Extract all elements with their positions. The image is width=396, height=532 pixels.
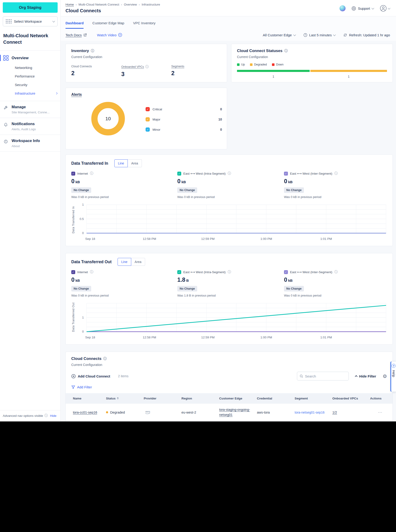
tab-customer-edge-map[interactable]: Customer Edge Map bbox=[92, 21, 124, 29]
hide-filter-button[interactable]: Hide Filter bbox=[355, 374, 376, 378]
major-checkbox[interactable]: ✓ bbox=[146, 117, 150, 121]
toolbar: Tech Docs Watch Video All Customer Edge bbox=[61, 29, 396, 41]
metric-caption: Was 0 kB in previous period bbox=[284, 294, 387, 297]
info-icon[interactable]: ⓘ bbox=[334, 172, 338, 176]
info-icon[interactable]: ⓘ bbox=[228, 270, 231, 274]
tab-dashboard[interactable]: Dashboard bbox=[65, 21, 84, 29]
search-input[interactable] bbox=[305, 374, 346, 378]
sidebar-item-notifications[interactable]: Notifications Alerts, Audit Logs bbox=[0, 118, 60, 135]
data-in-chart: Data Transferred In 10.50Sep 1812:58 PM1… bbox=[71, 202, 387, 243]
breadcrumb-mcnc[interactable]: Multi-Cloud Network Connect bbox=[78, 3, 119, 6]
help-tab[interactable]: ? Help bbox=[390, 361, 396, 392]
metric-label: East ⟷ West (Intra-Segment) bbox=[183, 270, 226, 274]
col-provider[interactable]: Provider bbox=[144, 397, 181, 400]
workspace-selector[interactable]: Select Workspace bbox=[3, 17, 58, 26]
apps-grid-icon bbox=[6, 19, 12, 23]
sidebar-item-performance[interactable]: Performance bbox=[0, 72, 60, 80]
stat-label-link[interactable]: Onboarded VPCs bbox=[121, 65, 144, 69]
advanced-nav-text: Advanced nav options visible bbox=[3, 414, 43, 418]
support-menu[interactable]: Support bbox=[352, 6, 374, 11]
critical-checkbox[interactable]: ✓ bbox=[146, 107, 150, 111]
toggle-area[interactable]: Area bbox=[131, 258, 145, 266]
breadcrumb-infrastructure[interactable]: Infrastructure bbox=[142, 3, 160, 6]
tech-docs-link[interactable]: Tech Docs bbox=[65, 33, 87, 37]
info-icon[interactable]: ⓘ bbox=[90, 270, 93, 274]
svg-text:0: 0 bbox=[82, 231, 84, 235]
time-range-selector[interactable]: Last 5 minutes bbox=[303, 33, 336, 37]
col-status[interactable]: Status bbox=[106, 397, 144, 400]
org-staging-button[interactable]: Org Staging bbox=[3, 2, 58, 13]
col-onboarded-vpcs[interactable]: Onboarded VPCs bbox=[332, 397, 370, 400]
org-sphere-icon[interactable] bbox=[339, 5, 346, 11]
row-name-link[interactable]: tora-cc01-sep16 bbox=[73, 411, 106, 414]
legend-swatch bbox=[237, 63, 239, 66]
col-segment[interactable]: Segment bbox=[295, 397, 332, 400]
info-icon[interactable]: ⓘ bbox=[334, 270, 338, 274]
toggle-area[interactable]: Area bbox=[128, 159, 142, 167]
sidebar-item-manage[interactable]: Manage Site Management, Conne... bbox=[0, 101, 60, 118]
add-cloud-connect-button[interactable]: Add Cloud Connect bbox=[71, 374, 110, 378]
toggle-line[interactable]: Line bbox=[117, 258, 131, 266]
sidebar-item-infrastructure[interactable]: Infrastructure bbox=[0, 89, 60, 98]
breadcrumb-home[interactable]: Home bbox=[65, 3, 74, 6]
watch-video-link[interactable]: Watch Video bbox=[97, 33, 122, 37]
data-transferred-in-card: Data Transferred In Line Area ✓Internetⓘ… bbox=[65, 154, 393, 246]
sidebar-item-workspace-info[interactable]: Workspace Info About bbox=[0, 135, 60, 152]
internet-checkbox[interactable]: ✓ bbox=[71, 270, 75, 274]
intra-segment-checkbox[interactable]: ✓ bbox=[177, 270, 181, 274]
chevron-up-icon bbox=[355, 375, 357, 378]
legend-label: Major bbox=[152, 118, 160, 121]
statuses-legend: Up Degraded Down bbox=[237, 63, 387, 66]
inter-segment-checkbox[interactable]: ✓ bbox=[284, 270, 288, 274]
workspace-info-sublabel: About bbox=[12, 144, 40, 148]
alerts-title[interactable]: Alerts bbox=[71, 92, 82, 97]
row-segment-link[interactable]: tora-netseg01-sep16 bbox=[295, 411, 332, 414]
sidebar-item-security[interactable]: Security bbox=[0, 80, 60, 89]
cloud-connects-card: Cloud Connects ⓘ Current Configuration A… bbox=[65, 352, 393, 421]
metric-caption: Was 0 kB in previous period bbox=[71, 294, 177, 297]
col-credential[interactable]: Credential bbox=[257, 397, 295, 400]
intra-segment-checkbox[interactable]: ✓ bbox=[177, 172, 181, 176]
lifebuoy-icon bbox=[352, 6, 356, 11]
minor-checkbox[interactable]: ✓ bbox=[146, 127, 150, 132]
col-name[interactable]: Name bbox=[73, 397, 106, 400]
customer-edge-filter[interactable]: All Customer Edge bbox=[263, 33, 296, 37]
row-customer-edge-link[interactable]: tora-staging-ongoing-netseg01 bbox=[219, 407, 254, 417]
info-icon[interactable]: ⓘ bbox=[90, 172, 93, 176]
sidebar-item-overview[interactable]: Overview bbox=[0, 55, 60, 61]
internet-checkbox[interactable]: ✓ bbox=[71, 172, 75, 176]
refresh-button[interactable]: Refresh: Updated 1 hr ago bbox=[343, 33, 390, 37]
metric-unit: kB bbox=[76, 180, 80, 184]
row-actions-menu[interactable]: ⋯ bbox=[378, 410, 393, 415]
metric-value: 0 bbox=[71, 178, 75, 184]
chart-type-toggle: Line Area bbox=[117, 258, 145, 266]
sidebar-item-networking[interactable]: Networking bbox=[0, 63, 60, 72]
metric-label: East ⟷ West (Intra-Segment) bbox=[183, 172, 226, 175]
toggle-line[interactable]: Line bbox=[114, 159, 128, 167]
stat-label-link[interactable]: Segments bbox=[171, 65, 184, 68]
sort-icon[interactable] bbox=[117, 397, 119, 400]
user-menu[interactable] bbox=[380, 5, 390, 12]
info-icon[interactable]: ⓘ bbox=[284, 49, 287, 53]
info-icon[interactable]: ⓘ bbox=[103, 357, 106, 361]
gear-icon[interactable]: ⚙ bbox=[383, 374, 387, 379]
hide-advanced-nav-link[interactable]: Hide bbox=[50, 414, 57, 418]
info-icon[interactable]: ⓘ bbox=[145, 65, 149, 69]
info-icon: ⓘ bbox=[44, 414, 48, 418]
breadcrumb-overview[interactable]: Overview bbox=[124, 3, 137, 6]
col-customer-edge[interactable]: Customer Edge bbox=[219, 397, 257, 400]
info-icon[interactable]: ⓘ bbox=[228, 172, 231, 176]
add-filter-button[interactable]: Add Filter bbox=[71, 385, 387, 389]
inter-segment-checkbox[interactable]: ✓ bbox=[284, 172, 288, 176]
info-icon[interactable]: ⓘ bbox=[91, 49, 94, 53]
metric-label: Internet bbox=[77, 172, 88, 175]
col-region[interactable]: Region bbox=[181, 397, 219, 400]
change-badge: No Change bbox=[284, 286, 304, 292]
svg-text:1:01 PM: 1:01 PM bbox=[320, 336, 332, 339]
metric-value: 1.8 bbox=[177, 276, 185, 283]
row-onboarded-link[interactable]: 1/2 bbox=[332, 411, 370, 414]
product-title: Multi-Cloud Network Connect bbox=[3, 32, 57, 45]
change-badge: No Change bbox=[71, 286, 91, 292]
svg-text:1: 1 bbox=[82, 203, 84, 206]
tab-vpc-inventory[interactable]: VPC Inventory bbox=[133, 21, 156, 29]
